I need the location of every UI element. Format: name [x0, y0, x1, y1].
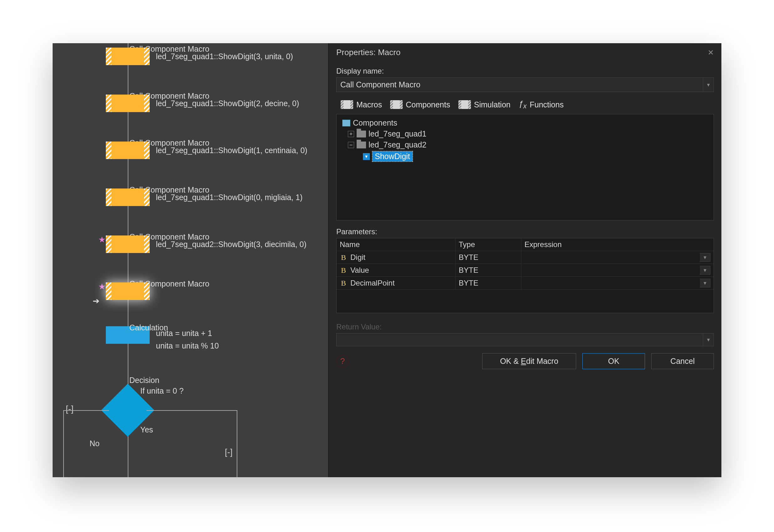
table-row[interactable]: BDecimalPoint BYTE ▾ [337, 277, 714, 290]
return-value-input [336, 333, 703, 346]
tab-components[interactable]: Components [390, 100, 450, 109]
tree-label: Components [353, 118, 397, 127]
tree-label: led_7seg_quad1 [369, 129, 426, 138]
macros-icon [341, 100, 353, 109]
decision-expr: If unita = 0 ? [140, 386, 183, 395]
macro-block[interactable] [106, 48, 150, 65]
button-bar: ? OK & Edit Macro OK Cancel [329, 346, 721, 376]
table-row[interactable]: BDigit BYTE ▾ [337, 251, 714, 264]
tree-item-led7seg-quad1[interactable]: + led_7seg_quad1 [340, 128, 710, 139]
functions-icon: ƒx [519, 99, 526, 110]
decision-title: Decision [129, 376, 159, 385]
category-tabs: Macros Components Simulation ƒxFunctions [329, 92, 721, 113]
flow-node-macro[interactable]: ★ Call Component Macro led_7seg_quad2::S… [106, 235, 150, 253]
collapse-icon[interactable]: − [348, 142, 354, 148]
macro-block[interactable] [106, 189, 150, 206]
calc-line1: unita = unita + 1 [156, 329, 212, 338]
macro-call: led_7seg_quad2::ShowDigit(3, diecimila, … [156, 240, 307, 249]
param-name: Value [350, 266, 369, 275]
col-type: Type [456, 238, 521, 251]
flow-connector [63, 410, 64, 477]
macro-block[interactable] [106, 142, 150, 159]
tab-label: Components [406, 100, 450, 109]
tab-label: Simulation [474, 100, 511, 109]
tree-label-selected: ShowDigit [372, 151, 413, 162]
col-name: Name [337, 238, 456, 251]
macro-call: led_7seg_quad1::ShowDigit(3, unita, 0) [156, 52, 293, 61]
macro-block[interactable] [106, 235, 150, 253]
param-type: BYTE [456, 277, 521, 289]
cancel-button[interactable]: Cancel [651, 353, 714, 369]
flow-node-macro[interactable]: Call Component Macro led_7seg_quad1::Sho… [106, 189, 150, 206]
display-name-input[interactable]: Call Component Macro [336, 77, 703, 92]
macro-block[interactable] [106, 282, 150, 300]
param-type: BYTE [456, 251, 521, 264]
tree-root[interactable]: Components [340, 117, 710, 128]
tab-label: Macros [356, 100, 382, 109]
app-window: Call Component Macro led_7seg_quad1::Sho… [53, 43, 721, 477]
flow-node-macro[interactable]: Call Component Macro led_7seg_quad1::Sho… [106, 95, 150, 112]
close-icon[interactable]: ✕ [708, 48, 714, 57]
param-name: Digit [350, 253, 365, 262]
flow-node-calculation[interactable]: Calculation unita = unita + 1 unita = un… [106, 326, 150, 344]
tab-simulation[interactable]: Simulation [458, 100, 511, 109]
tree-item-showdigit[interactable]: ▾ ShowDigit [340, 150, 710, 163]
tab-label: Functions [530, 100, 564, 109]
byte-type-icon: B [340, 279, 347, 287]
underline-char: E [521, 357, 526, 365]
tree-label: led_7seg_quad2 [369, 140, 426, 149]
ok-edit-macro-button[interactable]: OK & Edit Macro [482, 353, 576, 369]
panel-title-bar: Properties: Macro ✕ [329, 43, 721, 60]
param-name: DecimalPoint [350, 279, 395, 287]
collapse-left-icon[interactable]: [-] [66, 404, 74, 414]
parameters-table: Name Type Expression BDigit BYTE ▾ BValu… [336, 238, 714, 313]
byte-type-icon: B [340, 254, 347, 261]
flow-node-macro-selected[interactable]: ★ Call Component Macro ➔ [106, 282, 150, 300]
tree-item-led7seg-quad2[interactable]: − led_7seg_quad2 [340, 139, 710, 150]
help-icon[interactable]: ? [336, 355, 349, 368]
collapse-right-icon[interactable]: [-] [225, 447, 233, 457]
macro-call: led_7seg_quad1::ShowDigit(0, migliaia, 1… [156, 193, 302, 202]
display-name-dropdown-icon[interactable]: ▾ [703, 77, 714, 92]
folder-icon [357, 142, 366, 148]
expr-dropdown-icon[interactable]: ▾ [700, 253, 710, 262]
macro-call: led_7seg_quad1::ShowDigit(1, centinaia, … [156, 146, 307, 155]
expand-icon[interactable]: + [348, 131, 354, 137]
flow-connector [63, 410, 109, 411]
tab-macros[interactable]: Macros [341, 100, 382, 109]
tab-functions[interactable]: ƒxFunctions [519, 99, 564, 110]
folder-icon [357, 131, 366, 137]
component-tree[interactable]: Components + led_7seg_quad1 − led_7seg_q… [336, 114, 714, 220]
components-root-icon [342, 120, 350, 127]
flow-node-macro[interactable]: Call Component Macro led_7seg_quad1::Sho… [106, 48, 150, 65]
calc-line2: unita = unita % 10 [156, 341, 219, 350]
macro-call: led_7seg_quad1::ShowDigit(2, decine, 0) [156, 99, 299, 108]
flow-node-macro[interactable]: Call Component Macro led_7seg_quad1::Sho… [106, 142, 150, 159]
table-row[interactable]: BValue BYTE ▾ [337, 264, 714, 277]
method-icon: ▾ [363, 153, 370, 160]
return-value-label: Return Value: [329, 313, 721, 333]
panel-title: Properties: Macro [336, 48, 400, 57]
breakpoint-star-icon[interactable]: ★ [98, 282, 106, 292]
decision-no: No [90, 439, 100, 448]
expr-dropdown-icon[interactable]: ▾ [700, 279, 710, 287]
flowchart-panel[interactable]: Call Component Macro led_7seg_quad1::Sho… [53, 43, 328, 477]
breakpoint-star-icon[interactable]: ★ [98, 235, 106, 245]
macro-block[interactable] [106, 95, 150, 112]
flow-connector [147, 410, 237, 411]
parameters-label: Parameters: [329, 220, 721, 238]
param-type: BYTE [456, 264, 521, 276]
decision-yes: Yes [140, 425, 153, 434]
display-name-label: Display name: [329, 60, 721, 77]
execution-arrow-icon: ➔ [93, 296, 100, 306]
flow-connector [237, 410, 237, 477]
simulation-icon [458, 100, 471, 109]
properties-panel: Properties: Macro ✕ Display name: Call C… [328, 43, 721, 477]
expr-dropdown-icon[interactable]: ▾ [700, 266, 710, 275]
return-value-dropdown-icon[interactable]: ▾ [703, 333, 714, 346]
byte-type-icon: B [340, 266, 347, 274]
col-expression: Expression [521, 238, 714, 251]
table-header: Name Type Expression [337, 238, 714, 251]
ok-button[interactable]: OK [582, 353, 645, 369]
components-icon [390, 100, 403, 109]
